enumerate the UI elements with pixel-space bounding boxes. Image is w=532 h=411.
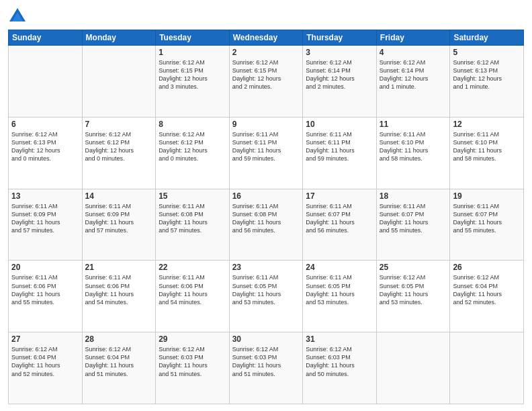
day-info: Sunrise: 6:12 AM Sunset: 6:13 PM Dayligh… [453, 58, 521, 91]
day-number: 23 [232, 263, 300, 272]
day-info: Sunrise: 6:11 AM Sunset: 6:08 PM Dayligh… [232, 202, 300, 235]
calendar-cell: 25Sunrise: 6:12 AM Sunset: 6:05 PM Dayli… [376, 261, 450, 332]
calendar-cell: 13Sunrise: 6:11 AM Sunset: 6:09 PM Dayli… [9, 189, 83, 261]
day-number: 26 [453, 263, 521, 272]
calendar-week-row: 27Sunrise: 6:12 AM Sunset: 6:04 PM Dayli… [9, 332, 524, 404]
day-info: Sunrise: 6:11 AM Sunset: 6:11 PM Dayligh… [232, 130, 300, 163]
calendar-cell: 14Sunrise: 6:11 AM Sunset: 6:09 PM Dayli… [82, 189, 156, 261]
day-info: Sunrise: 6:11 AM Sunset: 6:07 PM Dayligh… [453, 202, 521, 235]
calendar-week-row: 1Sunrise: 6:12 AM Sunset: 6:15 PM Daylig… [9, 46, 524, 118]
day-number: 14 [85, 191, 153, 201]
calendar-cell: 16Sunrise: 6:11 AM Sunset: 6:08 PM Dayli… [229, 189, 303, 261]
calendar-cell: 29Sunrise: 6:12 AM Sunset: 6:03 PM Dayli… [156, 332, 230, 404]
day-info: Sunrise: 6:11 AM Sunset: 6:06 PM Dayligh… [159, 273, 226, 306]
weekday-header: Thursday [303, 30, 377, 46]
day-info: Sunrise: 6:11 AM Sunset: 6:07 PM Dayligh… [306, 202, 373, 235]
day-info: Sunrise: 6:11 AM Sunset: 6:09 PM Dayligh… [11, 202, 79, 235]
day-number: 18 [380, 191, 447, 201]
day-info: Sunrise: 6:12 AM Sunset: 6:14 PM Dayligh… [380, 58, 447, 91]
day-info: Sunrise: 6:12 AM Sunset: 6:04 PM Dayligh… [11, 345, 79, 378]
day-info: Sunrise: 6:12 AM Sunset: 6:05 PM Dayligh… [380, 273, 447, 306]
calendar-cell: 7Sunrise: 6:12 AM Sunset: 6:12 PM Daylig… [82, 117, 156, 189]
day-number: 17 [306, 191, 373, 201]
day-info: Sunrise: 6:11 AM Sunset: 6:10 PM Dayligh… [380, 130, 447, 163]
calendar-cell: 19Sunrise: 6:11 AM Sunset: 6:07 PM Dayli… [450, 189, 524, 261]
day-info: Sunrise: 6:11 AM Sunset: 6:09 PM Dayligh… [85, 202, 153, 235]
day-info: Sunrise: 6:12 AM Sunset: 6:15 PM Dayligh… [159, 58, 226, 91]
day-info: Sunrise: 6:11 AM Sunset: 6:08 PM Dayligh… [159, 202, 226, 235]
day-info: Sunrise: 6:12 AM Sunset: 6:15 PM Dayligh… [232, 58, 300, 91]
day-info: Sunrise: 6:11 AM Sunset: 6:05 PM Dayligh… [232, 273, 300, 306]
day-info: Sunrise: 6:12 AM Sunset: 6:14 PM Dayligh… [306, 58, 373, 91]
day-number: 3 [306, 48, 373, 57]
logo [8, 7, 30, 26]
calendar-cell: 24Sunrise: 6:11 AM Sunset: 6:05 PM Dayli… [303, 261, 377, 332]
day-number: 21 [85, 263, 153, 272]
day-number: 28 [85, 334, 153, 344]
weekday-header: Wednesday [229, 30, 303, 46]
weekday-header: Friday [376, 30, 450, 46]
calendar-cell: 18Sunrise: 6:11 AM Sunset: 6:07 PM Dayli… [376, 189, 450, 261]
day-number: 15 [159, 191, 226, 201]
calendar-cell: 6Sunrise: 6:12 AM Sunset: 6:13 PM Daylig… [9, 117, 83, 189]
calendar-table: SundayMondayTuesdayWednesdayThursdayFrid… [8, 30, 524, 404]
calendar-cell: 5Sunrise: 6:12 AM Sunset: 6:13 PM Daylig… [450, 46, 524, 118]
calendar-week-row: 20Sunrise: 6:11 AM Sunset: 6:06 PM Dayli… [9, 261, 524, 332]
calendar-cell: 8Sunrise: 6:12 AM Sunset: 6:12 PM Daylig… [156, 117, 230, 189]
calendar-cell: 31Sunrise: 6:12 AM Sunset: 6:03 PM Dayli… [303, 332, 377, 404]
calendar-cell: 9Sunrise: 6:11 AM Sunset: 6:11 PM Daylig… [229, 117, 303, 189]
day-info: Sunrise: 6:12 AM Sunset: 6:12 PM Dayligh… [159, 130, 226, 163]
calendar-cell: 17Sunrise: 6:11 AM Sunset: 6:07 PM Dayli… [303, 189, 377, 261]
day-number: 2 [232, 48, 300, 57]
day-info: Sunrise: 6:12 AM Sunset: 6:03 PM Dayligh… [232, 345, 300, 378]
day-number: 16 [232, 191, 300, 201]
day-number: 9 [232, 120, 300, 129]
calendar-cell: 27Sunrise: 6:12 AM Sunset: 6:04 PM Dayli… [9, 332, 83, 404]
day-number: 13 [11, 191, 79, 201]
calendar-cell: 26Sunrise: 6:12 AM Sunset: 6:04 PM Dayli… [450, 261, 524, 332]
day-info: Sunrise: 6:12 AM Sunset: 6:03 PM Dayligh… [159, 345, 226, 378]
calendar-cell: 21Sunrise: 6:11 AM Sunset: 6:06 PM Dayli… [82, 261, 156, 332]
calendar-cell: 3Sunrise: 6:12 AM Sunset: 6:14 PM Daylig… [303, 46, 377, 118]
day-number: 20 [11, 263, 79, 272]
calendar-cell: 11Sunrise: 6:11 AM Sunset: 6:10 PM Dayli… [376, 117, 450, 189]
day-number: 10 [306, 120, 373, 129]
calendar-cell [82, 46, 156, 118]
calendar-cell [450, 332, 524, 404]
day-number: 30 [232, 334, 300, 344]
calendar-cell [376, 332, 450, 404]
calendar-cell: 22Sunrise: 6:11 AM Sunset: 6:06 PM Dayli… [156, 261, 230, 332]
day-number: 27 [11, 334, 79, 344]
calendar-cell: 30Sunrise: 6:12 AM Sunset: 6:03 PM Dayli… [229, 332, 303, 404]
day-number: 25 [380, 263, 447, 272]
day-info: Sunrise: 6:11 AM Sunset: 6:11 PM Dayligh… [306, 130, 373, 163]
calendar-cell: 2Sunrise: 6:12 AM Sunset: 6:15 PM Daylig… [229, 46, 303, 118]
page: SundayMondayTuesdayWednesdayThursdayFrid… [0, 0, 532, 411]
weekday-header: Saturday [450, 30, 524, 46]
day-info: Sunrise: 6:12 AM Sunset: 6:04 PM Dayligh… [85, 345, 153, 378]
day-info: Sunrise: 6:11 AM Sunset: 6:06 PM Dayligh… [11, 273, 79, 306]
calendar-week-row: 6Sunrise: 6:12 AM Sunset: 6:13 PM Daylig… [9, 117, 524, 189]
calendar-cell: 10Sunrise: 6:11 AM Sunset: 6:11 PM Dayli… [303, 117, 377, 189]
calendar-cell: 15Sunrise: 6:11 AM Sunset: 6:08 PM Dayli… [156, 189, 230, 261]
day-info: Sunrise: 6:11 AM Sunset: 6:06 PM Dayligh… [85, 273, 153, 306]
day-info: Sunrise: 6:11 AM Sunset: 6:05 PM Dayligh… [306, 273, 373, 306]
day-number: 24 [306, 263, 373, 272]
calendar-cell: 12Sunrise: 6:11 AM Sunset: 6:10 PM Dayli… [450, 117, 524, 189]
day-info: Sunrise: 6:12 AM Sunset: 6:04 PM Dayligh… [453, 273, 521, 306]
day-number: 7 [85, 120, 153, 129]
calendar-cell: 28Sunrise: 6:12 AM Sunset: 6:04 PM Dayli… [82, 332, 156, 404]
calendar-week-row: 13Sunrise: 6:11 AM Sunset: 6:09 PM Dayli… [9, 189, 524, 261]
day-number: 12 [453, 120, 521, 129]
day-number: 22 [159, 263, 226, 272]
logo-icon [8, 7, 27, 26]
day-number: 8 [159, 120, 226, 129]
weekday-header-row: SundayMondayTuesdayWednesdayThursdayFrid… [9, 30, 524, 46]
day-info: Sunrise: 6:12 AM Sunset: 6:03 PM Dayligh… [306, 345, 373, 378]
header [8, 7, 524, 26]
day-number: 11 [380, 120, 447, 129]
day-number: 31 [306, 334, 373, 344]
day-number: 1 [159, 48, 226, 57]
day-number: 6 [11, 120, 79, 129]
day-info: Sunrise: 6:12 AM Sunset: 6:13 PM Dayligh… [11, 130, 79, 163]
